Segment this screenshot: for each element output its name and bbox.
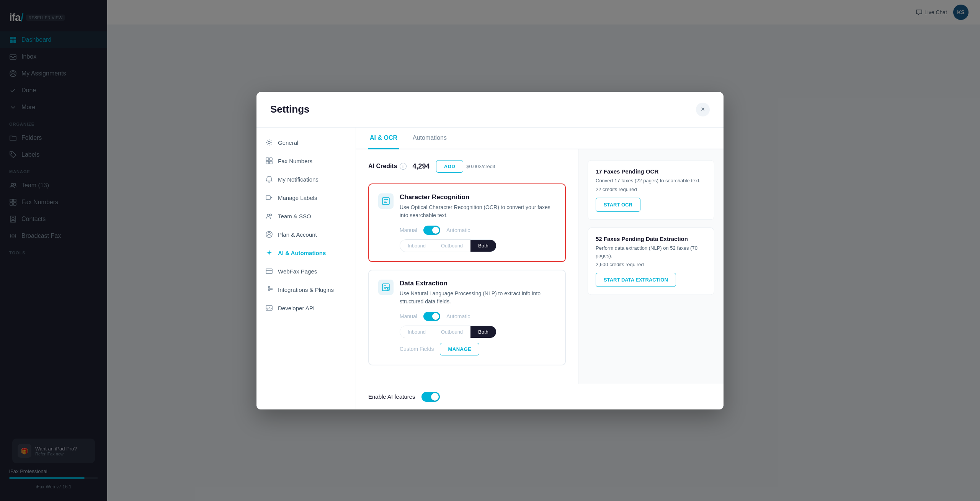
ai-credits-rate: $0.003/credit: [466, 164, 495, 169]
tab-ai-ocr[interactable]: AI & OCR: [368, 128, 399, 149]
feature-title: Character Recognition: [400, 193, 556, 201]
settings-nav-ai-label: AI & Automations: [278, 250, 326, 256]
ai-credits-count: 4,294: [413, 162, 430, 170]
fax-numbers-icon: [266, 157, 273, 165]
settings-nav: General Fax Numbers My Notifications: [256, 128, 356, 409]
start-extraction-button[interactable]: START DATA EXTRACTION: [596, 273, 676, 287]
toggle-auto-label: Automatic: [446, 227, 470, 233]
enable-ai-toggle[interactable]: [421, 392, 440, 402]
extraction-outbound-button[interactable]: Outbound: [433, 326, 470, 338]
settings-right-panel: 17 Faxes Pending OCR Convert 17 faxes (2…: [578, 149, 724, 384]
svg-rect-21: [270, 161, 272, 164]
tab-automations[interactable]: Automations: [411, 128, 448, 149]
ocr-pending-credits: 22 credits required: [596, 187, 706, 192]
settings-nav-ai[interactable]: AI & Automations: [256, 244, 356, 262]
extraction-pending-card: 52 Faxes Pending Data Extraction Perform…: [588, 228, 714, 295]
settings-left-panel: AI Credits i 4,294 ADD $0.003/credit: [356, 149, 578, 384]
feature-text-2: Data Extraction Use Natural Language Pro…: [400, 280, 556, 306]
settings-nav-developer[interactable]: Developer API: [256, 299, 356, 318]
toggle-row-2: Manual Automatic: [400, 312, 556, 321]
data-extraction-card: Data Extraction Use Natural Language Pro…: [368, 270, 566, 365]
settings-nav-fax-numbers[interactable]: Fax Numbers: [256, 152, 356, 170]
svg-rect-20: [266, 161, 269, 164]
add-credits-button[interactable]: ADD: [436, 160, 464, 173]
settings-content: AI & OCR Automations AI Credits i 4,294: [356, 128, 724, 409]
label-icon: [266, 194, 273, 202]
extraction-inbound-button[interactable]: Inbound: [400, 326, 433, 338]
settings-nav-notifications[interactable]: My Notifications: [256, 170, 356, 189]
ai-credits-bar: AI Credits i 4,294 ADD $0.003/credit: [368, 160, 566, 173]
settings-nav-labels[interactable]: Manage Labels: [256, 189, 356, 207]
svg-point-24: [270, 214, 272, 216]
svg-point-17: [268, 141, 270, 144]
data-extraction-icon: [378, 280, 394, 295]
settings-nav-integrations[interactable]: Integrations & Plugins: [256, 281, 356, 299]
svg-rect-19: [270, 158, 272, 160]
enable-ai-label: Enable AI features: [368, 393, 415, 400]
custom-fields-row: Custom Fields MANAGE: [400, 343, 556, 355]
svg-rect-27: [266, 269, 272, 273]
feature-text: Character Recognition Use Optical Charac…: [400, 193, 556, 219]
team-icon: [266, 213, 273, 220]
feature-title-2: Data Extraction: [400, 280, 556, 287]
modal-title: Settings: [270, 103, 310, 115]
modal-overlay: Settings × General Fax Numbers: [0, 0, 980, 501]
ocr-pending-desc: Convert 17 faxes (22 pages) to searchabl…: [596, 177, 706, 185]
ocr-outbound-button[interactable]: Outbound: [433, 240, 470, 252]
toggle-row: Manual Automatic: [400, 226, 556, 235]
gear-icon: [266, 139, 273, 147]
extraction-direction-buttons: Inbound Outbound Both: [400, 326, 497, 338]
feature-controls: Manual Automatic Inbound Outbound Both: [378, 226, 556, 252]
character-recognition-card: Character Recognition Use Optical Charac…: [368, 183, 566, 262]
feature-controls-2: Manual Automatic Inbound Outbound Both: [378, 312, 556, 355]
extraction-pending-desc: Perform data extraction (NLP) on 52 faxe…: [596, 244, 706, 259]
settings-nav-team[interactable]: Team & SSO: [256, 207, 356, 226]
custom-fields-label: Custom Fields: [400, 346, 434, 352]
extraction-pending-credits: 2,600 credits required: [596, 262, 706, 267]
ocr-both-button[interactable]: Both: [470, 240, 496, 252]
feature-desc-2: Use Natural Language Processing (NLP) to…: [400, 290, 556, 306]
puzzle-icon: [266, 286, 273, 294]
modal-header: Settings ×: [256, 92, 724, 128]
settings-nav-plan[interactable]: Plan & Account: [256, 226, 356, 244]
feature-card-header: Character Recognition Use Optical Charac…: [378, 193, 556, 219]
bell-icon: [266, 176, 273, 183]
api-icon: [266, 305, 273, 312]
ocr-inbound-button[interactable]: Inbound: [400, 240, 433, 252]
modal-close-button[interactable]: ×: [696, 103, 710, 116]
enable-ai-row: Enable AI features: [356, 384, 724, 409]
settings-nav-notifications-label: My Notifications: [278, 176, 318, 183]
modal-body: General Fax Numbers My Notifications: [256, 128, 724, 409]
ocr-pending-title: 17 Faxes Pending OCR: [596, 168, 706, 175]
feature-card-header-2: Data Extraction Use Natural Language Pro…: [378, 280, 556, 306]
extraction-both-button[interactable]: Both: [470, 326, 496, 338]
ocr-pending-card: 17 Faxes Pending OCR Convert 17 faxes (2…: [588, 160, 714, 220]
toggle-manual-label-2: Manual: [400, 313, 417, 319]
settings-nav-labels-label: Manage Labels: [278, 195, 317, 201]
info-icon[interactable]: i: [400, 163, 407, 170]
svg-rect-18: [266, 158, 269, 160]
extraction-pending-title: 52 Faxes Pending Data Extraction: [596, 236, 706, 242]
settings-modal: Settings × General Fax Numbers: [256, 92, 724, 409]
web-icon: [266, 268, 273, 275]
start-ocr-button[interactable]: START OCR: [596, 198, 640, 212]
person-circle-icon: [266, 231, 273, 239]
ocr-icon: [378, 193, 394, 209]
ocr-toggle[interactable]: [423, 226, 440, 235]
settings-nav-general[interactable]: General: [256, 134, 356, 152]
settings-nav-webfax[interactable]: WebFax Pages: [256, 262, 356, 281]
settings-nav-team-label: Team & SSO: [278, 213, 311, 219]
ocr-direction-buttons: Inbound Outbound Both: [400, 239, 497, 252]
settings-nav-general-label: General: [278, 139, 298, 146]
settings-nav-fax-numbers-label: Fax Numbers: [278, 158, 312, 164]
sparkle-icon: [266, 249, 273, 257]
settings-nav-webfax-label: WebFax Pages: [278, 268, 317, 275]
settings-nav-integrations-label: Integrations & Plugins: [278, 287, 334, 293]
settings-main: AI Credits i 4,294 ADD $0.003/credit: [356, 149, 724, 384]
ai-credits-label: AI Credits i: [368, 163, 407, 170]
settings-tabs: AI & OCR Automations: [356, 128, 724, 149]
settings-nav-plan-label: Plan & Account: [278, 231, 317, 238]
manage-custom-fields-button[interactable]: MANAGE: [440, 343, 479, 355]
svg-point-23: [267, 214, 270, 216]
extraction-toggle[interactable]: [423, 312, 440, 321]
